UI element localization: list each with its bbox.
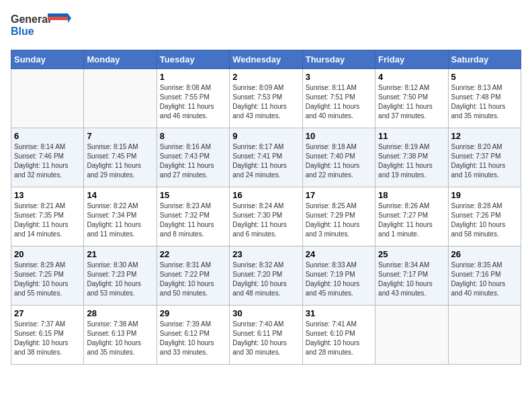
day-number: 28	[87, 308, 153, 318]
day-number: 6	[14, 131, 81, 141]
calendar-day-7: 7Sunrise: 8:15 AM Sunset: 7:45 PM Daylig…	[84, 128, 157, 187]
day-info: Sunrise: 7:41 AM Sunset: 6:10 PM Dayligh…	[306, 320, 372, 357]
calendar-day-24: 24Sunrise: 8:33 AM Sunset: 7:19 PM Dayli…	[302, 246, 375, 306]
day-info: Sunrise: 7:37 AM Sunset: 6:15 PM Dayligh…	[14, 320, 81, 357]
day-number: 24	[306, 249, 372, 259]
day-info: Sunrise: 8:15 AM Sunset: 7:45 PM Dayligh…	[87, 142, 153, 180]
calendar-day-5: 5Sunrise: 8:13 AM Sunset: 7:48 PM Daylig…	[448, 69, 521, 128]
day-number: 12	[451, 131, 518, 141]
logo-svg: General Blue	[11, 11, 71, 40]
weekday-header-tuesday: Tuesday	[157, 50, 229, 69]
day-info: Sunrise: 8:24 AM Sunset: 7:30 PM Dayligh…	[232, 201, 299, 239]
day-number: 22	[160, 249, 226, 259]
calendar-day-empty	[448, 306, 521, 365]
day-info: Sunrise: 8:08 AM Sunset: 7:55 PM Dayligh…	[160, 83, 226, 121]
day-number: 16	[232, 190, 299, 200]
day-info: Sunrise: 8:21 AM Sunset: 7:35 PM Dayligh…	[14, 201, 81, 239]
calendar-day-26: 26Sunrise: 8:35 AM Sunset: 7:16 PM Dayli…	[448, 246, 521, 306]
day-number: 9	[232, 131, 299, 141]
calendar-day-11: 11Sunrise: 8:19 AM Sunset: 7:38 PM Dayli…	[375, 128, 448, 187]
weekday-header-monday: Monday	[84, 50, 157, 69]
day-number: 19	[451, 190, 518, 200]
day-info: Sunrise: 8:14 AM Sunset: 7:46 PM Dayligh…	[14, 142, 81, 180]
day-number: 27	[14, 308, 81, 318]
day-info: Sunrise: 8:16 AM Sunset: 7:43 PM Dayligh…	[160, 142, 226, 180]
calendar-week-row: 6Sunrise: 8:14 AM Sunset: 7:46 PM Daylig…	[11, 128, 521, 187]
calendar-day-8: 8Sunrise: 8:16 AM Sunset: 7:43 PM Daylig…	[157, 128, 229, 187]
calendar-day-31: 31Sunrise: 7:41 AM Sunset: 6:10 PM Dayli…	[302, 306, 375, 365]
calendar-day-22: 22Sunrise: 8:31 AM Sunset: 7:22 PM Dayli…	[157, 246, 229, 306]
calendar-day-29: 29Sunrise: 7:39 AM Sunset: 6:12 PM Dayli…	[157, 306, 229, 365]
calendar-day-23: 23Sunrise: 8:32 AM Sunset: 7:20 PM Dayli…	[230, 246, 302, 306]
calendar-day-13: 13Sunrise: 8:21 AM Sunset: 7:35 PM Dayli…	[11, 187, 84, 246]
logo-text: General Blue	[11, 11, 71, 43]
calendar-day-30: 30Sunrise: 7:40 AM Sunset: 6:11 PM Dayli…	[230, 306, 302, 365]
calendar-day-25: 25Sunrise: 8:34 AM Sunset: 7:17 PM Dayli…	[375, 246, 448, 306]
day-info: Sunrise: 7:38 AM Sunset: 6:13 PM Dayligh…	[87, 320, 153, 357]
day-info: Sunrise: 7:40 AM Sunset: 6:11 PM Dayligh…	[232, 320, 299, 357]
calendar-day-10: 10Sunrise: 8:18 AM Sunset: 7:40 PM Dayli…	[302, 128, 375, 187]
day-number: 30	[232, 308, 299, 318]
calendar-day-16: 16Sunrise: 8:24 AM Sunset: 7:30 PM Dayli…	[230, 187, 302, 246]
day-info: Sunrise: 8:17 AM Sunset: 7:41 PM Dayligh…	[232, 142, 299, 180]
day-info: Sunrise: 7:39 AM Sunset: 6:12 PM Dayligh…	[160, 320, 226, 357]
calendar-week-row: 1Sunrise: 8:08 AM Sunset: 7:55 PM Daylig…	[11, 69, 521, 128]
day-info: Sunrise: 8:25 AM Sunset: 7:29 PM Dayligh…	[306, 201, 372, 239]
day-info: Sunrise: 8:31 AM Sunset: 7:22 PM Dayligh…	[160, 261, 226, 298]
day-info: Sunrise: 8:30 AM Sunset: 7:23 PM Dayligh…	[87, 261, 153, 298]
day-info: Sunrise: 8:18 AM Sunset: 7:40 PM Dayligh…	[306, 142, 372, 180]
day-info: Sunrise: 8:11 AM Sunset: 7:51 PM Dayligh…	[306, 83, 372, 121]
weekday-header-row: SundayMondayTuesdayWednesdayThursdayFrid…	[11, 50, 521, 69]
day-info: Sunrise: 8:35 AM Sunset: 7:16 PM Dayligh…	[451, 261, 518, 298]
day-number: 14	[87, 190, 153, 200]
weekday-header-thursday: Thursday	[302, 50, 375, 69]
calendar-day-14: 14Sunrise: 8:22 AM Sunset: 7:34 PM Dayli…	[84, 187, 157, 246]
calendar-day-2: 2Sunrise: 8:09 AM Sunset: 7:53 PM Daylig…	[230, 69, 302, 128]
day-info: Sunrise: 8:22 AM Sunset: 7:34 PM Dayligh…	[87, 201, 153, 239]
calendar-week-row: 13Sunrise: 8:21 AM Sunset: 7:35 PM Dayli…	[11, 187, 521, 246]
day-info: Sunrise: 8:26 AM Sunset: 7:27 PM Dayligh…	[378, 201, 445, 239]
day-number: 5	[451, 72, 518, 82]
day-number: 25	[378, 249, 445, 259]
day-number: 2	[232, 72, 299, 82]
day-number: 29	[160, 308, 226, 318]
calendar-day-27: 27Sunrise: 7:37 AM Sunset: 6:15 PM Dayli…	[11, 306, 84, 365]
calendar-day-15: 15Sunrise: 8:23 AM Sunset: 7:32 PM Dayli…	[157, 187, 229, 246]
weekday-header-friday: Friday	[375, 50, 448, 69]
day-info: Sunrise: 8:28 AM Sunset: 7:26 PM Dayligh…	[451, 201, 518, 239]
calendar-day-20: 20Sunrise: 8:29 AM Sunset: 7:25 PM Dayli…	[11, 246, 84, 306]
day-info: Sunrise: 8:13 AM Sunset: 7:48 PM Dayligh…	[451, 83, 518, 121]
day-number: 26	[451, 249, 518, 259]
day-info: Sunrise: 8:32 AM Sunset: 7:20 PM Dayligh…	[232, 261, 299, 298]
calendar-day-17: 17Sunrise: 8:25 AM Sunset: 7:29 PM Dayli…	[302, 187, 375, 246]
day-number: 1	[160, 72, 226, 82]
logo: General Blue	[11, 11, 71, 43]
calendar-day-3: 3Sunrise: 8:11 AM Sunset: 7:51 PM Daylig…	[302, 69, 375, 128]
page-header: General Blue	[11, 11, 521, 43]
day-info: Sunrise: 8:20 AM Sunset: 7:37 PM Dayligh…	[451, 142, 518, 180]
calendar-day-9: 9Sunrise: 8:17 AM Sunset: 7:41 PM Daylig…	[230, 128, 302, 187]
calendar-day-1: 1Sunrise: 8:08 AM Sunset: 7:55 PM Daylig…	[157, 69, 229, 128]
svg-text:General: General	[11, 13, 51, 25]
calendar-day-12: 12Sunrise: 8:20 AM Sunset: 7:37 PM Dayli…	[448, 128, 521, 187]
calendar-day-6: 6Sunrise: 8:14 AM Sunset: 7:46 PM Daylig…	[11, 128, 84, 187]
day-number: 4	[378, 72, 445, 82]
day-number: 18	[378, 190, 445, 200]
calendar-day-empty	[375, 306, 448, 365]
weekday-header-sunday: Sunday	[11, 50, 84, 69]
calendar-day-21: 21Sunrise: 8:30 AM Sunset: 7:23 PM Dayli…	[84, 246, 157, 306]
calendar-day-4: 4Sunrise: 8:12 AM Sunset: 7:50 PM Daylig…	[375, 69, 448, 128]
day-info: Sunrise: 8:12 AM Sunset: 7:50 PM Dayligh…	[378, 83, 445, 121]
weekday-header-wednesday: Wednesday	[230, 50, 302, 69]
calendar-day-empty	[84, 69, 157, 128]
calendar-day-28: 28Sunrise: 7:38 AM Sunset: 6:13 PM Dayli…	[84, 306, 157, 365]
calendar-day-19: 19Sunrise: 8:28 AM Sunset: 7:26 PM Dayli…	[448, 187, 521, 246]
day-info: Sunrise: 8:23 AM Sunset: 7:32 PM Dayligh…	[160, 201, 226, 239]
day-info: Sunrise: 8:29 AM Sunset: 7:25 PM Dayligh…	[14, 261, 81, 298]
day-number: 20	[14, 249, 81, 259]
calendar-table: SundayMondayTuesdayWednesdayThursdayFrid…	[11, 50, 521, 365]
day-number: 31	[306, 308, 372, 318]
day-number: 21	[87, 249, 153, 259]
day-number: 11	[378, 131, 445, 141]
day-number: 15	[160, 190, 226, 200]
